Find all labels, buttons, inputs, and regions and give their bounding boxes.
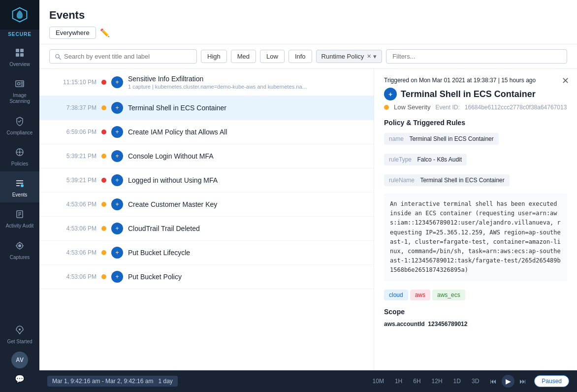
scope-row: aws.accountId 123456789012: [384, 321, 567, 327]
sidebar-item-policies[interactable]: Policies: [0, 140, 39, 171]
zoom-6h[interactable]: 6H: [410, 376, 423, 386]
event-time: 4:53:06 PM: [47, 273, 96, 280]
event-shield-icon: +: [111, 102, 123, 114]
sidebar-item-label: Captures: [10, 255, 30, 260]
severity-dot: [384, 105, 389, 110]
sidebar-logo: [0, 0, 39, 30]
location-row: Everywhere ✏️: [49, 27, 567, 39]
severity-label: Low Severity: [394, 103, 430, 111]
timeline-range: Mar 1, 9:42:16 am - Mar 2, 9:42:16 am 1 …: [47, 376, 178, 387]
table-row[interactable]: 11:15:10 PM + Sensitive Info Exfiltratio…: [39, 69, 374, 96]
image-scan-icon: [13, 77, 27, 91]
events-icon: [13, 176, 27, 190]
avatar[interactable]: AV: [11, 352, 28, 368]
tags-row: cloud aws aws_ecs: [384, 288, 567, 302]
svg-point-5: [18, 83, 20, 85]
sidebar-item-label: Image Scanning: [2, 93, 37, 104]
svg-rect-2: [16, 53, 19, 57]
severity-dot: [101, 250, 106, 255]
zoom-10m[interactable]: 10M: [370, 376, 387, 386]
severity-dot: [101, 178, 106, 183]
svg-point-7: [19, 151, 21, 153]
event-info: Terminal Shell in ECS Container: [128, 104, 226, 112]
med-filter-button[interactable]: Med: [231, 50, 256, 63]
sidebar-item-overview[interactable]: Overview: [0, 41, 39, 72]
timeline-duration: 1 day: [158, 378, 172, 385]
detail-title-text: Terminal Shell in ECS Container: [401, 89, 536, 99]
runtime-policy-label: Runtime Policy: [321, 53, 364, 60]
low-filter-button[interactable]: Low: [260, 50, 285, 63]
high-filter-button[interactable]: High: [201, 50, 227, 63]
sidebar-item-events[interactable]: Events: [0, 171, 39, 202]
filters-input[interactable]: [386, 49, 567, 64]
severity-dot: [101, 130, 106, 134]
zoom-3d[interactable]: 3D: [469, 376, 482, 386]
event-title: Create Customer Master Key: [128, 200, 217, 208]
chip-key-ruletype: ruleType: [389, 156, 412, 163]
sidebar-item-captures[interactable]: Captures: [0, 234, 39, 265]
event-title: CloudTrail Trail Deleted: [128, 225, 200, 232]
event-time: 4:53:06 PM: [47, 201, 96, 208]
policy-section-title: Policy & Triggered Rules: [384, 119, 567, 127]
zoom-12h[interactable]: 12H: [429, 376, 446, 386]
info-filter-button[interactable]: Info: [288, 50, 312, 63]
search-input[interactable]: [64, 53, 192, 60]
chip-dropdown-icon[interactable]: ▾: [373, 53, 377, 60]
detail-description: An interactive terminal shell has been e…: [384, 194, 567, 281]
table-row[interactable]: 5:39:21 PM + Console Login Without MFA: [39, 144, 374, 168]
detail-close-button[interactable]: ✕: [559, 75, 571, 87]
table-row[interactable]: 4:53:06 PM + CloudTrail Trail Deleted: [39, 217, 374, 241]
sidebar-bottom: Get Started AV 💬: [0, 318, 39, 392]
secure-label: SECURE: [8, 30, 32, 41]
table-row[interactable]: 4:53:06 PM + Create Customer Master Key: [39, 193, 374, 217]
table-row[interactable]: 5:39:21 PM + Logged in without Using MFA: [39, 168, 374, 193]
event-shield-icon: +: [111, 223, 123, 234]
table-row[interactable]: 6:59:06 PM + Create IAM Policy that Allo…: [39, 120, 374, 144]
chat-icon[interactable]: 💬: [11, 370, 28, 387]
tag-cloud[interactable]: cloud: [384, 290, 408, 300]
chip-key-name: name: [389, 135, 404, 142]
play-button[interactable]: ▶: [502, 375, 514, 388]
location-badge[interactable]: Everywhere: [49, 27, 96, 39]
event-time: 5:39:21 PM: [47, 177, 96, 184]
scope-title: Scope: [384, 308, 567, 316]
svg-rect-3: [20, 53, 24, 57]
captures-icon: [13, 239, 27, 253]
edit-location-icon[interactable]: ✏️: [100, 28, 110, 37]
tag-aws-ecs[interactable]: aws_ecs: [432, 290, 465, 300]
severity-dot: [101, 80, 106, 85]
table-row[interactable]: 4:53:06 PM + Put Bucket Lifecycle: [39, 241, 374, 265]
severity-dot: [101, 226, 106, 231]
detail-shield-icon: +: [384, 88, 397, 100]
skip-forward-button[interactable]: ⏭: [516, 375, 529, 388]
svg-point-12: [19, 328, 21, 330]
paused-button[interactable]: Paused: [534, 375, 569, 387]
timeline-range-text: Mar 1, 9:42:16 am - Mar 2, 9:42:16 am: [52, 378, 153, 385]
sidebar: SECURE Overview Image Scanning Comp: [0, 0, 39, 392]
zoom-1d[interactable]: 1D: [450, 376, 464, 386]
rocket-icon: [13, 323, 27, 337]
sidebar-item-compliance[interactable]: Compliance: [0, 109, 39, 140]
runtime-policy-chip[interactable]: Runtime Policy ✕ ▾: [316, 50, 383, 63]
event-time: 4:53:06 PM: [47, 249, 96, 256]
zoom-1h[interactable]: 1H: [392, 376, 405, 386]
page-title: Events: [49, 9, 567, 22]
table-row[interactable]: 7:38:37 PM + Terminal Shell in ECS Conta…: [39, 96, 374, 120]
tag-aws[interactable]: aws: [410, 290, 430, 300]
event-shield-icon: +: [111, 271, 123, 283]
event-shield-icon: +: [111, 150, 123, 162]
skip-back-button[interactable]: ⏮: [487, 375, 500, 388]
sidebar-item-activity-audit[interactable]: Activity Audit: [0, 202, 39, 234]
table-row[interactable]: 4:53:06 PM + Put Bucket Policy: [39, 265, 374, 289]
event-time: 6:59:06 PM: [47, 129, 96, 135]
event-shield-icon: +: [111, 126, 123, 138]
event-info: Put Bucket Policy: [128, 273, 182, 281]
compliance-icon: [13, 114, 27, 128]
sidebar-item-label: Get Started: [7, 339, 32, 345]
event-shield-icon: +: [111, 174, 123, 186]
events-list: 11:15:10 PM + Sensitive Info Exfiltratio…: [39, 69, 374, 370]
sidebar-item-image-scanning[interactable]: Image Scanning: [0, 72, 39, 109]
sidebar-item-get-started[interactable]: Get Started: [0, 318, 39, 350]
event-id-value: 16684be6112ccc2778c0f38a64767013: [465, 104, 567, 111]
chip-close-icon[interactable]: ✕: [367, 53, 371, 60]
